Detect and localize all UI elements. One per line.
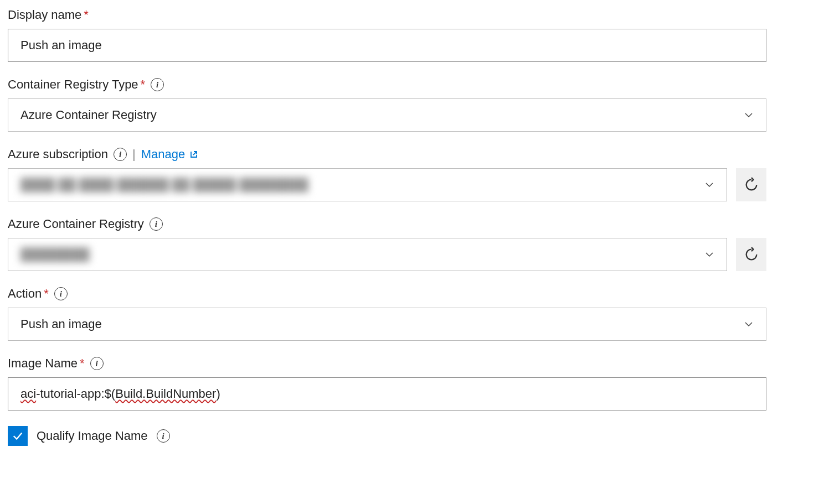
required-asterisk: * (84, 8, 89, 22)
container-registry-type-label: Container Registry Type* (8, 77, 145, 92)
container-registry-type-value: Azure Container Registry (20, 108, 157, 122)
refresh-icon (744, 247, 759, 262)
info-icon[interactable]: i (151, 78, 164, 91)
refresh-icon (744, 177, 759, 193)
image-name-label: Image Name* (8, 356, 85, 371)
container-registry-type-select[interactable]: Azure Container Registry (8, 98, 766, 132)
info-icon[interactable]: i (114, 148, 127, 161)
display-name-input[interactable] (8, 29, 766, 62)
image-name-text: aci-tutorial-app:$(Build.BuildNumber) (20, 378, 754, 410)
info-icon[interactable]: i (157, 429, 170, 443)
separator: | (132, 147, 136, 162)
azure-container-registry-label: Azure Container Registry (8, 217, 144, 231)
action-label-row: Action* i (8, 287, 816, 301)
required-asterisk: * (141, 77, 146, 91)
azure-container-registry-field: Azure Container Registry i ████████ (8, 217, 816, 271)
display-name-label-row: Display name* (8, 8, 816, 22)
external-link-icon (189, 150, 198, 159)
container-registry-type-field: Container Registry Type* i Azure Contain… (8, 77, 816, 132)
checkmark-icon (12, 430, 24, 442)
display-name-field: Display name* (8, 8, 816, 62)
chevron-down-icon (744, 110, 754, 120)
qualify-image-name-row: Qualify Image Name i (8, 426, 816, 446)
image-name-input[interactable]: aci-tutorial-app:$(Build.BuildNumber) (8, 377, 766, 411)
qualify-image-name-checkbox[interactable] (8, 426, 28, 446)
azure-container-registry-value: ████████ (20, 247, 90, 262)
refresh-subscription-button[interactable] (736, 168, 766, 201)
azure-subscription-label: Azure subscription (8, 147, 108, 162)
image-name-label-row: Image Name* i (8, 356, 816, 371)
chevron-down-icon (744, 319, 754, 329)
action-label: Action* (8, 287, 49, 301)
chevron-down-icon (704, 180, 714, 190)
action-field: Action* i Push an image (8, 287, 816, 341)
azure-container-registry-select[interactable]: ████████ (8, 238, 727, 271)
required-asterisk: * (44, 287, 49, 300)
refresh-registry-button[interactable] (736, 238, 766, 271)
required-asterisk: * (80, 356, 85, 370)
azure-container-registry-label-row: Azure Container Registry i (8, 217, 816, 231)
azure-subscription-field: Azure subscription i | Manage ████ ██ ██… (8, 147, 816, 201)
azure-subscription-value: ████ ██ ████ ██████ ██ █████ ████████ (20, 178, 308, 192)
azure-subscription-label-row: Azure subscription i | Manage (8, 147, 816, 162)
container-registry-type-label-row: Container Registry Type* i (8, 77, 816, 92)
qualify-image-name-label: Qualify Image Name (37, 429, 148, 443)
display-name-label: Display name* (8, 8, 89, 22)
info-icon[interactable]: i (150, 217, 163, 231)
action-value: Push an image (20, 317, 102, 331)
manage-link[interactable]: Manage (141, 147, 199, 162)
chevron-down-icon (704, 250, 714, 259)
info-icon[interactable]: i (90, 357, 104, 370)
azure-subscription-select[interactable]: ████ ██ ████ ██████ ██ █████ ████████ (8, 168, 727, 201)
image-name-field: Image Name* i aci-tutorial-app:$(Build.B… (8, 356, 816, 411)
action-select[interactable]: Push an image (8, 308, 766, 341)
info-icon[interactable]: i (54, 287, 68, 300)
